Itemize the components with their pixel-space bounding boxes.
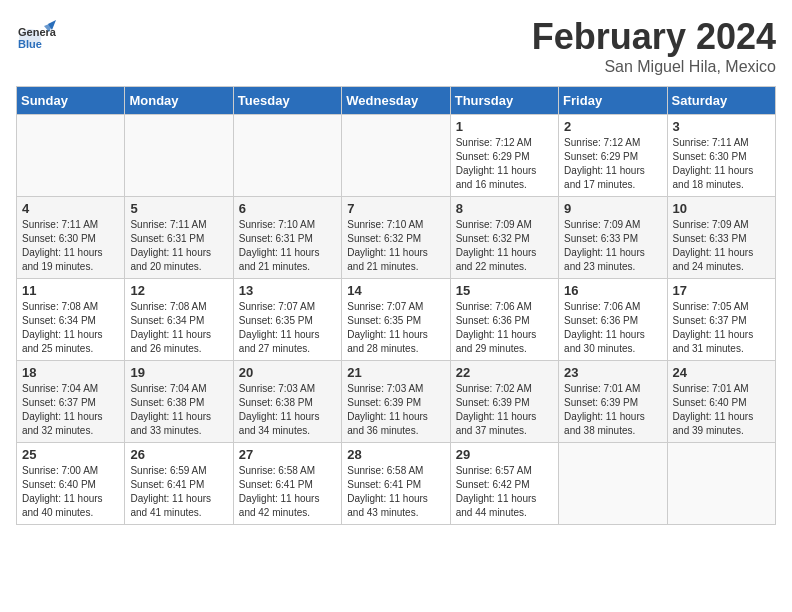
day-info: Sunrise: 6:59 AM Sunset: 6:41 PM Dayligh… — [130, 464, 227, 520]
calendar-cell: 25Sunrise: 7:00 AM Sunset: 6:40 PM Dayli… — [17, 443, 125, 525]
day-info: Sunrise: 7:03 AM Sunset: 6:38 PM Dayligh… — [239, 382, 336, 438]
day-number: 26 — [130, 447, 227, 462]
col-header-friday: Friday — [559, 87, 667, 115]
day-info: Sunrise: 7:11 AM Sunset: 6:31 PM Dayligh… — [130, 218, 227, 274]
col-header-thursday: Thursday — [450, 87, 558, 115]
day-info: Sunrise: 7:11 AM Sunset: 6:30 PM Dayligh… — [673, 136, 770, 192]
day-number: 4 — [22, 201, 119, 216]
day-number: 25 — [22, 447, 119, 462]
calendar-cell: 21Sunrise: 7:03 AM Sunset: 6:39 PM Dayli… — [342, 361, 450, 443]
day-number: 15 — [456, 283, 553, 298]
day-number: 21 — [347, 365, 444, 380]
day-info: Sunrise: 7:06 AM Sunset: 6:36 PM Dayligh… — [456, 300, 553, 356]
week-row-4: 18Sunrise: 7:04 AM Sunset: 6:37 PM Dayli… — [17, 361, 776, 443]
day-info: Sunrise: 7:02 AM Sunset: 6:39 PM Dayligh… — [456, 382, 553, 438]
day-number: 28 — [347, 447, 444, 462]
calendar-cell: 5Sunrise: 7:11 AM Sunset: 6:31 PM Daylig… — [125, 197, 233, 279]
calendar-cell: 2Sunrise: 7:12 AM Sunset: 6:29 PM Daylig… — [559, 115, 667, 197]
day-info: Sunrise: 7:10 AM Sunset: 6:31 PM Dayligh… — [239, 218, 336, 274]
calendar-cell — [233, 115, 341, 197]
day-info: Sunrise: 7:00 AM Sunset: 6:40 PM Dayligh… — [22, 464, 119, 520]
day-number: 10 — [673, 201, 770, 216]
day-number: 24 — [673, 365, 770, 380]
day-number: 14 — [347, 283, 444, 298]
calendar-cell: 1Sunrise: 7:12 AM Sunset: 6:29 PM Daylig… — [450, 115, 558, 197]
calendar-cell: 7Sunrise: 7:10 AM Sunset: 6:32 PM Daylig… — [342, 197, 450, 279]
calendar-cell — [559, 443, 667, 525]
calendar-cell: 28Sunrise: 6:58 AM Sunset: 6:41 PM Dayli… — [342, 443, 450, 525]
day-number: 8 — [456, 201, 553, 216]
col-header-wednesday: Wednesday — [342, 87, 450, 115]
col-header-monday: Monday — [125, 87, 233, 115]
day-info: Sunrise: 7:04 AM Sunset: 6:37 PM Dayligh… — [22, 382, 119, 438]
calendar-cell: 8Sunrise: 7:09 AM Sunset: 6:32 PM Daylig… — [450, 197, 558, 279]
calendar-cell: 9Sunrise: 7:09 AM Sunset: 6:33 PM Daylig… — [559, 197, 667, 279]
day-number: 5 — [130, 201, 227, 216]
day-number: 7 — [347, 201, 444, 216]
day-number: 11 — [22, 283, 119, 298]
day-number: 2 — [564, 119, 661, 134]
calendar-cell: 13Sunrise: 7:07 AM Sunset: 6:35 PM Dayli… — [233, 279, 341, 361]
calendar-cell: 27Sunrise: 6:58 AM Sunset: 6:41 PM Dayli… — [233, 443, 341, 525]
day-info: Sunrise: 7:04 AM Sunset: 6:38 PM Dayligh… — [130, 382, 227, 438]
day-info: Sunrise: 6:57 AM Sunset: 6:42 PM Dayligh… — [456, 464, 553, 520]
day-number: 23 — [564, 365, 661, 380]
calendar-cell: 14Sunrise: 7:07 AM Sunset: 6:35 PM Dayli… — [342, 279, 450, 361]
week-row-3: 11Sunrise: 7:08 AM Sunset: 6:34 PM Dayli… — [17, 279, 776, 361]
day-info: Sunrise: 7:09 AM Sunset: 6:32 PM Dayligh… — [456, 218, 553, 274]
day-number: 17 — [673, 283, 770, 298]
calendar-cell: 11Sunrise: 7:08 AM Sunset: 6:34 PM Dayli… — [17, 279, 125, 361]
title-block: February 2024 San Miguel Hila, Mexico — [532, 16, 776, 76]
logo-icon: General Blue — [16, 16, 56, 56]
week-row-1: 1Sunrise: 7:12 AM Sunset: 6:29 PM Daylig… — [17, 115, 776, 197]
day-number: 12 — [130, 283, 227, 298]
col-header-tuesday: Tuesday — [233, 87, 341, 115]
calendar-cell: 12Sunrise: 7:08 AM Sunset: 6:34 PM Dayli… — [125, 279, 233, 361]
calendar-cell — [342, 115, 450, 197]
calendar-table: SundayMondayTuesdayWednesdayThursdayFrid… — [16, 86, 776, 525]
page-header: General Blue February 2024 San Miguel Hi… — [16, 16, 776, 76]
day-number: 16 — [564, 283, 661, 298]
week-row-5: 25Sunrise: 7:00 AM Sunset: 6:40 PM Dayli… — [17, 443, 776, 525]
day-info: Sunrise: 7:08 AM Sunset: 6:34 PM Dayligh… — [130, 300, 227, 356]
col-header-saturday: Saturday — [667, 87, 775, 115]
day-info: Sunrise: 7:11 AM Sunset: 6:30 PM Dayligh… — [22, 218, 119, 274]
day-info: Sunrise: 6:58 AM Sunset: 6:41 PM Dayligh… — [347, 464, 444, 520]
day-number: 13 — [239, 283, 336, 298]
day-info: Sunrise: 6:58 AM Sunset: 6:41 PM Dayligh… — [239, 464, 336, 520]
day-number: 1 — [456, 119, 553, 134]
calendar-cell — [125, 115, 233, 197]
calendar-cell: 16Sunrise: 7:06 AM Sunset: 6:36 PM Dayli… — [559, 279, 667, 361]
calendar-cell: 24Sunrise: 7:01 AM Sunset: 6:40 PM Dayli… — [667, 361, 775, 443]
calendar-cell: 20Sunrise: 7:03 AM Sunset: 6:38 PM Dayli… — [233, 361, 341, 443]
day-info: Sunrise: 7:09 AM Sunset: 6:33 PM Dayligh… — [564, 218, 661, 274]
calendar-cell: 22Sunrise: 7:02 AM Sunset: 6:39 PM Dayli… — [450, 361, 558, 443]
day-number: 9 — [564, 201, 661, 216]
day-info: Sunrise: 7:01 AM Sunset: 6:39 PM Dayligh… — [564, 382, 661, 438]
day-info: Sunrise: 7:07 AM Sunset: 6:35 PM Dayligh… — [347, 300, 444, 356]
calendar-cell: 23Sunrise: 7:01 AM Sunset: 6:39 PM Dayli… — [559, 361, 667, 443]
location-subtitle: San Miguel Hila, Mexico — [532, 58, 776, 76]
calendar-cell — [17, 115, 125, 197]
day-info: Sunrise: 7:12 AM Sunset: 6:29 PM Dayligh… — [564, 136, 661, 192]
calendar-cell: 15Sunrise: 7:06 AM Sunset: 6:36 PM Dayli… — [450, 279, 558, 361]
day-info: Sunrise: 7:12 AM Sunset: 6:29 PM Dayligh… — [456, 136, 553, 192]
week-row-2: 4Sunrise: 7:11 AM Sunset: 6:30 PM Daylig… — [17, 197, 776, 279]
calendar-cell: 19Sunrise: 7:04 AM Sunset: 6:38 PM Dayli… — [125, 361, 233, 443]
calendar-cell: 10Sunrise: 7:09 AM Sunset: 6:33 PM Dayli… — [667, 197, 775, 279]
day-info: Sunrise: 7:01 AM Sunset: 6:40 PM Dayligh… — [673, 382, 770, 438]
calendar-cell — [667, 443, 775, 525]
calendar-cell: 26Sunrise: 6:59 AM Sunset: 6:41 PM Dayli… — [125, 443, 233, 525]
day-number: 6 — [239, 201, 336, 216]
logo: General Blue — [16, 16, 56, 56]
day-number: 22 — [456, 365, 553, 380]
day-number: 18 — [22, 365, 119, 380]
day-info: Sunrise: 7:05 AM Sunset: 6:37 PM Dayligh… — [673, 300, 770, 356]
day-info: Sunrise: 7:06 AM Sunset: 6:36 PM Dayligh… — [564, 300, 661, 356]
month-title: February 2024 — [532, 16, 776, 58]
day-info: Sunrise: 7:08 AM Sunset: 6:34 PM Dayligh… — [22, 300, 119, 356]
day-number: 20 — [239, 365, 336, 380]
day-number: 3 — [673, 119, 770, 134]
calendar-cell: 18Sunrise: 7:04 AM Sunset: 6:37 PM Dayli… — [17, 361, 125, 443]
col-header-sunday: Sunday — [17, 87, 125, 115]
